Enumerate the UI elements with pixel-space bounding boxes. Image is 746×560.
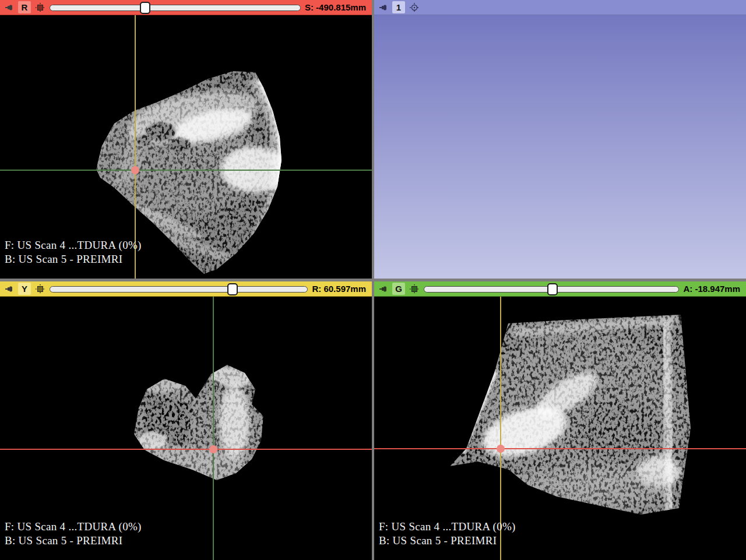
slider-track[interactable] [50, 286, 308, 293]
yellow-slice-offset-value: R: 60.597mm [312, 284, 367, 294]
green-slice-intersection-line [0, 170, 372, 171]
slider-thumb[interactable] [547, 283, 558, 295]
slice-menu-icon[interactable] [409, 284, 420, 294]
green-slice-offset-slider[interactable] [424, 283, 679, 295]
pin-icon[interactable] [379, 3, 388, 12]
slider-thumb[interactable] [140, 2, 150, 14]
red-slice-intersection-line [374, 448, 746, 449]
pin-icon[interactable] [379, 284, 388, 294]
green-slice-offset-value: A: -18.947mm [683, 284, 741, 294]
crosshair-dot[interactable] [131, 166, 139, 174]
threed-viewport[interactable] [374, 15, 746, 279]
red-slice-offset-value: S: -490.815mm [305, 2, 367, 12]
background-layer-label: B: US Scan 5 - PREIMRI [5, 252, 142, 266]
slicer-four-up-layout: R S: -490.815mm [0, 0, 746, 560]
red-slice-intersection-line [0, 449, 372, 450]
red-view-label[interactable]: R [18, 1, 31, 13]
foreground-layer-label: F: US Scan 4 ...TDURA (0%) [5, 520, 142, 534]
slice-menu-icon[interactable] [35, 284, 45, 294]
layer-overlay-text: F: US Scan 4 ...TDURA (0%) B: US Scan 5 … [5, 520, 142, 547]
yellow-slice-controller-bar: Y R: 60.597mm [0, 281, 372, 297]
green-slice-controller-bar: G A: -18.947mm [374, 281, 746, 297]
layer-overlay-text: F: US Scan 4 ...TDURA (0%) B: US Scan 5 … [379, 520, 516, 547]
red-slice-controller-bar: R S: -490.815mm [0, 0, 372, 15]
red-slice-pane: R S: -490.815mm [0, 0, 372, 279]
crosshair-target-icon[interactable] [409, 2, 420, 13]
green-slice-viewport[interactable]: F: US Scan 4 ...TDURA (0%) B: US Scan 5 … [374, 297, 746, 560]
slider-thumb[interactable] [227, 283, 238, 295]
background-layer-label: B: US Scan 5 - PREIMRI [379, 534, 516, 548]
red-slice-offset-slider[interactable] [50, 1, 301, 14]
threed-view-label[interactable]: 1 [392, 1, 405, 13]
threed-pane: 1 [374, 0, 746, 279]
layer-overlay-text: F: US Scan 4 ...TDURA (0%) B: US Scan 5 … [5, 238, 142, 266]
red-slice-viewport[interactable]: F: US Scan 4 ...TDURA (0%) B: US Scan 5 … [0, 15, 372, 279]
green-slice-intersection-line [213, 297, 214, 560]
foreground-layer-label: F: US Scan 4 ...TDURA (0%) [379, 520, 516, 534]
threed-controller-bar: 1 [374, 0, 746, 15]
crosshair-dot[interactable] [497, 445, 505, 453]
foreground-layer-label: F: US Scan 4 ...TDURA (0%) [5, 238, 142, 252]
background-layer-label: B: US Scan 5 - PREIMRI [5, 534, 142, 548]
yellow-view-label[interactable]: Y [18, 283, 31, 295]
slider-track[interactable] [50, 5, 301, 11]
slice-menu-icon[interactable] [35, 2, 45, 13]
green-slice-pane: G A: -18.947mm [374, 281, 746, 560]
pin-icon[interactable] [5, 3, 14, 12]
yellow-slice-pane: Y R: 60.597mm [0, 281, 372, 560]
yellow-slice-offset-slider[interactable] [50, 283, 308, 295]
crosshair-dot[interactable] [209, 445, 217, 453]
pin-icon[interactable] [5, 284, 14, 294]
green-view-label[interactable]: G [392, 283, 405, 295]
yellow-slice-viewport[interactable]: F: US Scan 4 ...TDURA (0%) B: US Scan 5 … [0, 297, 372, 560]
